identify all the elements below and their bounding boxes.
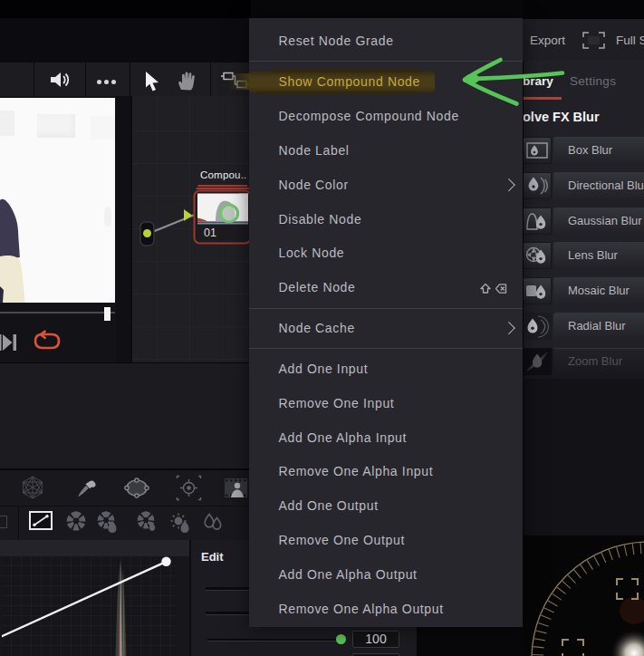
svg-text:01: 01	[204, 227, 216, 239]
